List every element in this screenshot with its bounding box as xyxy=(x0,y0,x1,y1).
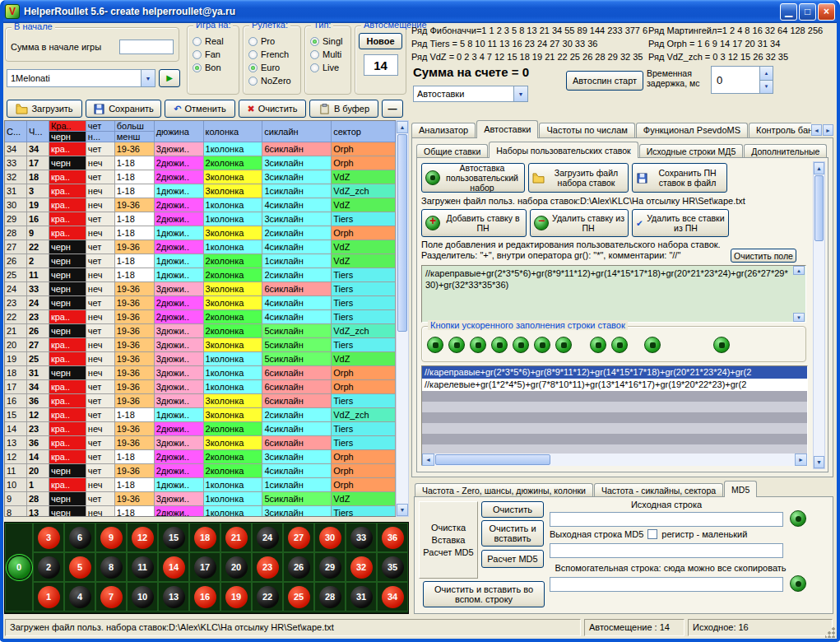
game-option-bon[interactable]: Bon xyxy=(188,61,239,74)
scroll-up-icon[interactable]: ▲ xyxy=(397,121,408,133)
table-row[interactable]: 2916кра..чет1-182дюжи..1колонка3сиклайнT… xyxy=(5,212,396,226)
speed-fill-button-5[interactable] xyxy=(513,337,529,353)
table-row[interactable]: 928чернчет19-363дюжи..1колонка5сиклайнVd… xyxy=(5,492,396,506)
table-row[interactable]: 3434кра..чет19-363дюжи..1колонка6сиклайн… xyxy=(5,142,396,156)
board-cell-29[interactable]: 29 xyxy=(314,552,346,582)
speed-fill-button-9[interactable] xyxy=(611,337,628,353)
md5-clear-paste-aux-button[interactable]: Очистить и вставить во вспом. строку xyxy=(423,581,545,607)
edit-field-scrollbar[interactable]: ▲ ▼ xyxy=(793,266,805,322)
board-cell-32[interactable]: 32 xyxy=(346,552,377,582)
bet-set-list-item[interactable]: //кареправые+gr(2*3*5*6)+gr(8*9*11*12)+g… xyxy=(422,366,807,379)
autospin-start-button[interactable]: Автоспин старт xyxy=(566,71,643,91)
board-cell-3[interactable]: 3 xyxy=(33,523,64,552)
table-row[interactable]: 2027кра..неч19-363дюжи..3колонка5сиклайн… xyxy=(5,338,396,352)
table-row[interactable]: 1423кра..неч19-362дюжи..2колонка4сиклайн… xyxy=(5,422,396,436)
roulette-option-french[interactable]: French xyxy=(244,48,300,61)
table-row[interactable]: 3019кра..неч19-362дюжи..1колонка4сиклайн… xyxy=(5,198,396,212)
board-cell-13[interactable]: 13 xyxy=(158,582,189,612)
save-button[interactable]: Сохранить xyxy=(86,100,161,118)
board-cell-25[interactable]: 25 xyxy=(283,582,314,612)
speed-fill-button-1[interactable] xyxy=(427,337,443,353)
table-row[interactable]: 2223кра..неч19-362дюжи..2колонка4сиклайн… xyxy=(5,310,396,324)
panel-scrollbar[interactable]: ▲ ▼ xyxy=(813,161,825,469)
board-cell-33[interactable]: 33 xyxy=(346,523,377,552)
copy-aux-button[interactable] xyxy=(790,575,806,592)
board-cell-17[interactable]: 17 xyxy=(189,552,220,582)
board-cell-9[interactable]: 9 xyxy=(95,523,127,552)
undo-button[interactable]: ↶ Отменить xyxy=(165,100,235,118)
scrollbar-thumb[interactable] xyxy=(397,134,407,332)
maximize-button[interactable]: □ xyxy=(799,3,816,21)
delete-all-bets-button[interactable]: ✔ Удалить все ставки из ПН xyxy=(632,209,729,237)
dropdown-arrow-icon[interactable]: ▼ xyxy=(141,70,155,86)
board-cell-12[interactable]: 12 xyxy=(127,523,158,552)
sub-tab-1[interactable]: Общие ставки xyxy=(416,144,488,158)
board-cell-2[interactable]: 2 xyxy=(33,552,64,582)
scroll-down-icon[interactable]: ▼ xyxy=(793,313,805,322)
bet-edit-field[interactable]: //кареправые+gr(2*3*5*6)+gr(8*9*11*12)+g… xyxy=(421,265,806,323)
table-row[interactable]: 2433черннеч19-363дюжи..3колонка6сиклайнT… xyxy=(5,282,396,296)
board-cell-14[interactable]: 14 xyxy=(158,552,189,582)
type-option-multi[interactable]: Multi xyxy=(305,48,350,61)
main-tab-3[interactable]: Частоты по числам xyxy=(539,123,634,138)
bottom-tab-1[interactable]: Частота - Zero, шансы, дюжины, колонки xyxy=(415,483,593,497)
speed-fill-button-11[interactable] xyxy=(713,337,730,353)
register-checkbox[interactable] xyxy=(647,529,657,539)
board-cell-36[interactable]: 36 xyxy=(377,523,408,552)
scrollbar-thumb[interactable] xyxy=(814,175,824,241)
board-cell-35[interactable]: 35 xyxy=(377,552,408,582)
board-cell-23[interactable]: 23 xyxy=(252,552,283,582)
apply-strategy-button[interactable]: ▶ xyxy=(159,69,180,87)
list-horizontal-scrollbar[interactable]: ◄ ► xyxy=(422,454,807,466)
board-cell-34[interactable]: 34 xyxy=(377,582,408,612)
board-cell-24[interactable]: 24 xyxy=(252,523,283,552)
scroll-down-icon[interactable]: ▼ xyxy=(814,456,824,468)
roulette-option-euro[interactable]: Euro xyxy=(244,61,300,74)
board-cell-15[interactable]: 15 xyxy=(158,523,189,552)
table-row[interactable]: 101кра..неч1-181дюжи..1колонка1сиклайнOr… xyxy=(5,478,396,492)
board-cell-10[interactable]: 10 xyxy=(127,582,158,612)
scroll-up-icon[interactable]: ▲ xyxy=(793,266,805,275)
scroll-right-icon[interactable]: ► xyxy=(795,454,807,466)
save-bet-set-button[interactable]: Сохранить ПН ставок в файл xyxy=(632,163,727,193)
scroll-down-icon[interactable]: ▼ xyxy=(397,504,408,516)
dropdown-arrow-icon[interactable]: ▼ xyxy=(513,86,527,101)
board-cell-30[interactable]: 30 xyxy=(314,523,346,552)
table-row[interactable]: 1734кра..чет19-363дюжи..1колонка6сиклайн… xyxy=(5,380,396,394)
sub-tab-2[interactable]: Наборы пользовательских ставок xyxy=(489,142,638,158)
board-cell-20[interactable]: 20 xyxy=(220,552,252,582)
table-row[interactable]: 262чернчет1-181дюжи..2колонка1сиклайнVdZ xyxy=(5,254,396,268)
table-row[interactable]: 2126чернчет19-363дюжи..2колонка5сиклайнV… xyxy=(5,324,396,338)
board-cell-6[interactable]: 6 xyxy=(64,523,95,552)
clear-field-button[interactable]: Очистить поле xyxy=(731,249,796,263)
table-row[interactable]: 313кра..неч1-181дюжи..3колонка1сиклайнVd… xyxy=(5,184,396,198)
tab-scroll-left-icon[interactable]: ◄ xyxy=(811,124,822,136)
speed-fill-button-4[interactable] xyxy=(491,337,508,353)
board-cell-0[interactable]: 0 xyxy=(5,523,33,612)
table-row[interactable]: 1831черннеч19-363дюжи..1колонка6сиклайнO… xyxy=(5,366,396,380)
board-cell-5[interactable]: 5 xyxy=(64,552,95,582)
md5-clear-paste-button[interactable]: Очистить и вставить xyxy=(481,520,544,547)
table-row[interactable]: 1636кра..чет19-363дюжи..3колонка6сиклайн… xyxy=(5,394,396,408)
table-row[interactable]: 2511черннеч1-181дюжи..2колонка2сиклайнTi… xyxy=(5,268,396,282)
spin-down-icon[interactable]: ▼ xyxy=(760,81,773,94)
type-option-singl[interactable]: Singl xyxy=(305,35,350,48)
board-cell-1[interactable]: 1 xyxy=(33,582,64,612)
bet-sets-listbox[interactable]: //кареправые+gr(2*3*5*6)+gr(8*9*11*12)+g… xyxy=(421,365,808,466)
type-option-live[interactable]: Live xyxy=(305,61,350,74)
table-row[interactable]: 1214кра..чет1-182дюжи..2колонка3сиклайнO… xyxy=(5,450,396,464)
delay-spinner[interactable]: 0 ▲ ▼ xyxy=(711,66,773,94)
main-tab-1[interactable]: Анализатор xyxy=(411,123,476,138)
load-button[interactable]: Загрузить xyxy=(7,100,82,118)
speed-fill-button-3[interactable] xyxy=(470,337,486,353)
main-tab-2[interactable]: Автоставки xyxy=(476,120,538,138)
table-row[interactable]: 289кра..неч1-181дюжи..3колонка2сиклайнOr… xyxy=(5,226,396,240)
board-cell-11[interactable]: 11 xyxy=(127,552,158,582)
roulette-option-nozero[interactable]: NoZero xyxy=(244,74,300,87)
main-tab-5[interactable]: Контроль банкролла xyxy=(749,123,811,138)
speed-fill-button-2[interactable] xyxy=(448,337,465,353)
minimize-button[interactable]: ▁ xyxy=(780,3,797,21)
table-row[interactable]: 1120чернчет19-362дюжи..2колонка4сиклайнO… xyxy=(5,464,396,478)
bet-set-list-item[interactable]: //карелевые+gr(1*2*4*5)+gr(7*8*10*11)+gr… xyxy=(422,379,807,391)
autobet-user-set-button[interactable]: Автоставка пользовательский набор xyxy=(421,163,525,193)
